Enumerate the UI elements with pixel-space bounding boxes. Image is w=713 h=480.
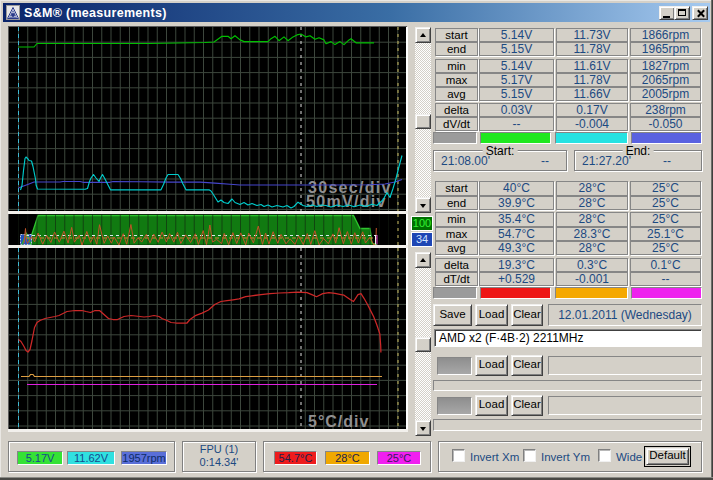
svg-text:50mV/div: 50mV/div [306, 193, 387, 210]
svg-text:5°C/div: 5°C/div [308, 413, 369, 429]
